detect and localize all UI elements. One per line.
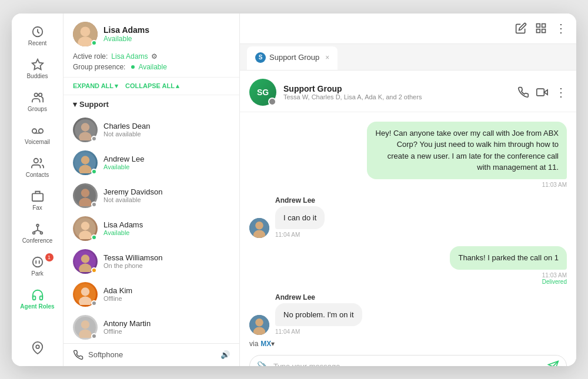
svg-point-14 (40, 232, 42, 234)
lisac-avatar-wrap (73, 216, 98, 241)
sidebar-item-agent-roles[interactable]: Agent Roles (17, 284, 58, 314)
svg-line-17 (38, 230, 41, 232)
contact-item-jeremy[interactable]: Jeremy Davidson Not available (64, 179, 239, 212)
presence-value: Available (138, 63, 166, 71)
lisac-status-dot (91, 234, 97, 240)
msg-bubble-4: No problem. I'm on it (275, 303, 362, 327)
message-row-2: Andrew Lee I can do it 11:04 AM (249, 196, 567, 239)
lisa-cname: Lisa Adams (103, 220, 230, 229)
park-badge: 1 (45, 253, 54, 261)
collapse-all-button[interactable]: COLLAPSE ALL ▴ (125, 82, 179, 90)
sidebar-label-buddies: Buddies (26, 73, 48, 79)
sidebar-item-conference[interactable]: Conference (17, 218, 58, 249)
jeremy-status: Not available (103, 196, 230, 203)
audio-call-button[interactable] (517, 86, 529, 98)
group-name-label: Support Group (283, 84, 510, 93)
tab-group-icon: S (255, 52, 266, 63)
edit-icon[interactable] (515, 22, 527, 34)
message-input[interactable] (273, 362, 543, 366)
group-avatar-badge (268, 98, 276, 106)
sidebar-item-park[interactable]: 1 Park (17, 251, 58, 281)
sidebar-item-voicemail[interactable]: Voicemail (17, 119, 58, 150)
user-status: Available (103, 35, 149, 43)
contacts-icon (31, 157, 44, 170)
attachment-icon[interactable]: 📎 (257, 361, 269, 366)
ada-info: Ada Kim Offline (103, 286, 230, 302)
role-row: Active role: Lisa Adams ⚙ (73, 52, 230, 61)
sidebar-label-recent: Recent (28, 40, 47, 46)
sidebar-item-buddies[interactable]: Buddies (17, 53, 58, 84)
charles-name: Charles Dean (103, 122, 230, 130)
presence-row: Group presence: Available (73, 63, 230, 71)
svg-rect-48 (537, 29, 540, 33)
svg-point-32 (81, 189, 89, 197)
app-shell: Recent Buddies Groups Voicemail Contacts… (12, 14, 576, 366)
group-actions: ⋮ (517, 85, 567, 99)
user-info: Lisa Adams Available (103, 25, 149, 43)
contact-item-ada[interactable]: Ada Kim Offline (64, 278, 239, 311)
location-icon (31, 341, 44, 354)
antony-status-dot (91, 333, 97, 339)
more-chat-button[interactable]: ⋮ (555, 85, 567, 99)
volume-icon[interactable]: 🔊 (220, 350, 230, 359)
sidebar-item-recent[interactable]: Recent (17, 21, 58, 51)
msg-bubble-3: Thanks! I parked the call on 1 (450, 246, 567, 270)
softphone-label: Softphone (88, 350, 123, 359)
andrew-msg-face (249, 218, 269, 238)
expand-all-button[interactable]: EXPAND ALL ▾ (73, 82, 118, 90)
tab-close-icon[interactable]: × (325, 53, 329, 62)
svg-point-13 (32, 232, 35, 234)
sidebar-label-agent-roles: Agent Roles (20, 303, 54, 310)
chat-group-header: SG Support Group Tessa W, Charles D, Lis… (240, 71, 576, 112)
role-link[interactable]: Lisa Adams (111, 52, 148, 61)
contact-item-andrew[interactable]: Andrew Lee Available (64, 146, 239, 179)
svg-rect-46 (537, 24, 540, 28)
headset-icon (31, 289, 44, 301)
sidebar-label-groups: Groups (28, 106, 47, 112)
contact-header: Lisa Adams Available Active role: Lisa A… (64, 14, 239, 78)
antony-avatar-wrap (73, 315, 98, 340)
sidebar-item-groups[interactable]: Groups (17, 86, 58, 117)
msg-bubble-1: Hey! Can anyone take over my call with J… (367, 122, 567, 179)
grid-icon[interactable] (535, 22, 547, 34)
chat-tabs: S Support Group × (240, 44, 576, 71)
more-icon[interactable]: ⋮ (555, 21, 567, 35)
chat-content: SG Support Group Tessa W, Charles D, Lis… (240, 71, 576, 366)
contact-item-antony[interactable]: Antony Martin Offline (64, 311, 239, 343)
andrew-sender-4: Andrew Lee (275, 293, 362, 301)
message-row-4: Andrew Lee No problem. I'm on it 11:04 A… (249, 293, 567, 336)
charles-status-dot (91, 136, 97, 142)
lisa-cstatus: Available (103, 229, 230, 236)
sidebar-item-contacts[interactable]: Contacts (17, 152, 58, 183)
via-row: via MX ▾ (240, 335, 576, 350)
svg-point-12 (36, 224, 39, 226)
svg-marker-1 (32, 59, 42, 69)
send-svg (547, 360, 559, 366)
via-mx-button[interactable]: MX (260, 340, 271, 348)
role-gear-icon[interactable]: ⚙ (151, 52, 158, 61)
expand-row: EXPAND ALL ▾ COLLAPSE ALL ▴ (64, 78, 239, 95)
group-info: Support Group Tessa W, Charles D, Lisa A… (283, 84, 510, 100)
video-call-button[interactable] (536, 86, 548, 98)
contact-item-charles[interactable]: Charles Dean Not available (64, 113, 239, 146)
svg-point-53 (255, 222, 263, 230)
charles-status: Not available (103, 130, 230, 137)
presence-dot (130, 64, 136, 70)
send-button[interactable] (547, 360, 559, 366)
clock-icon (31, 25, 44, 38)
svg-point-4 (32, 129, 36, 133)
charles-avatar-wrap (73, 118, 98, 142)
contact-item-lisa[interactable]: Lisa Adams Available (64, 212, 239, 245)
support-group-tab[interactable]: S Support Group × (247, 46, 338, 70)
svg-point-23 (81, 26, 91, 36)
sidebar-item-location[interactable] (17, 337, 58, 359)
grid-svg (535, 22, 547, 34)
svg-point-35 (81, 222, 89, 230)
star-icon (31, 58, 44, 71)
svg-rect-47 (542, 24, 546, 28)
sidebar-item-fax[interactable]: Fax (17, 185, 58, 216)
contact-item-tessa[interactable]: Tessa Williamson On the phone (64, 245, 239, 278)
msg-time-4: 11:04 AM (275, 328, 362, 335)
group-header-support[interactable]: ▾ Support (64, 95, 239, 113)
andrew-info: Andrew Lee Available (103, 155, 230, 170)
